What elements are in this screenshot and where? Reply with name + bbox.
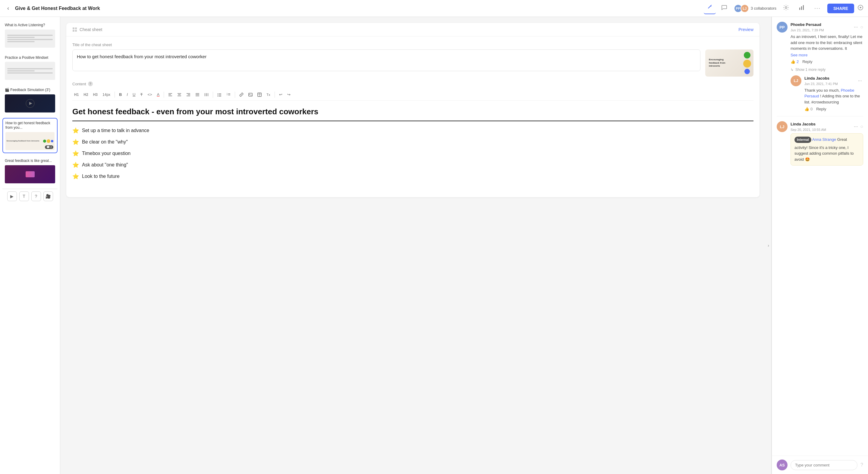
code-button[interactable]: <> — [146, 91, 154, 98]
settings-button[interactable] — [780, 3, 792, 14]
comment-phoebe: PP Phoebe Persaud Jun 23, 2021, 7:39 PM … — [777, 22, 863, 64]
show-more-replies-label: Show 1 more reply — [795, 67, 826, 72]
svg-rect-6 — [73, 27, 74, 29]
comment-actions-phoebe: 👍 2 Reply — [790, 59, 863, 64]
like-button-phoebe[interactable]: 👍 2 — [790, 59, 799, 64]
comment-text-phoebe: As an introvert, I feel seen, finally! L… — [790, 34, 863, 52]
text-card-icon[interactable]: T — [19, 191, 29, 201]
unordered-list-button[interactable] — [216, 91, 223, 98]
color-button[interactable]: A — [155, 91, 161, 98]
strikethrough-button[interactable]: T — [138, 91, 144, 98]
main-content: Cheat sheet Preview Title of the cheat s… — [60, 17, 766, 474]
sidebar-item-great-feedback[interactable]: Great feedback is like great... — [2, 156, 58, 186]
edit-mode-button[interactable] — [704, 2, 716, 14]
panel-toggle-button[interactable]: › — [766, 17, 772, 474]
comment-thread-2: LJ Linda Jacobs Sep 20, 2021, 10:55 AM ·… — [777, 121, 863, 166]
cover-inner: Encouragingfeedback fromintroverts — [705, 50, 753, 77]
comment-more-linda-2[interactable]: ··· — [852, 124, 859, 129]
redo-button[interactable]: ↪ — [285, 91, 292, 98]
comment-meta-phoebe: ··· ○ — [852, 24, 863, 30]
column-align-button[interactable] — [203, 91, 210, 98]
collaborators-label: 3 collaborators — [751, 6, 776, 10]
share-button[interactable]: SHARE — [827, 4, 854, 13]
sidebar-item-title: 🎬 Feedback Simulation (3') — [5, 88, 55, 93]
play-button[interactable] — [858, 5, 863, 12]
reply-button-linda-nested[interactable]: Reply — [816, 107, 826, 111]
play-card-icon[interactable]: ▶ — [7, 191, 17, 201]
undo-button[interactable]: ↩ — [277, 91, 284, 98]
editor-list: ⭐ Set up a time to talk in advance ⭐ Be … — [72, 125, 753, 182]
comment-input[interactable] — [790, 460, 858, 470]
comment-linda-nested: LJ Linda Jacobs Jun 23, 2021, 7:41 PM ··… — [790, 76, 863, 112]
toolbar-divider-1 — [115, 92, 115, 98]
font-size-selector[interactable]: 14px — [101, 91, 112, 98]
analytics-button[interactable] — [796, 3, 808, 14]
italic-button[interactable]: I — [125, 91, 130, 98]
sidebar-item-honest-feedback[interactable]: How to get honest feedback from you... E… — [2, 118, 58, 153]
like-count-phoebe: 2 — [797, 59, 799, 64]
comments-toggle-button[interactable] — [718, 3, 730, 14]
link-button[interactable] — [238, 91, 245, 98]
right-panel-container: › PP Phoebe Persaud Jun 23, 2021, 7:39 P… — [766, 17, 868, 474]
editor-area[interactable]: Get honest feedback - even from your mos… — [72, 101, 753, 191]
align-left-button[interactable] — [166, 91, 174, 98]
comment-thread-1: PP Phoebe Persaud Jun 23, 2021, 7:39 PM … — [777, 22, 863, 111]
comment-check-linda-2: ○ — [860, 124, 863, 129]
sidebar-item-feedback-simulation[interactable]: 🎬 Feedback Simulation (3') — [2, 85, 58, 115]
comment-date-linda-2: Sep 20, 2021, 10:55 AM — [790, 128, 826, 131]
preview-link[interactable]: Preview — [738, 27, 753, 32]
sidebar-item-positive-mindset[interactable]: Practice a Positive Mindset — [2, 53, 58, 83]
clear-format-button[interactable]: Tx — [265, 92, 272, 98]
sidebar-item-title: What is Active Listening? — [5, 23, 55, 28]
sidebar-item-title: Practice a Positive Mindset — [5, 56, 55, 60]
internal-comment-box: Internal Anna Strange Great activity! Si… — [790, 133, 863, 166]
cheat-sheet-card: Cheat sheet Preview Title of the cheat s… — [66, 23, 760, 197]
ordered-list-button[interactable]: 1.2. — [224, 91, 232, 98]
align-center-button[interactable] — [176, 91, 183, 98]
like-count-linda-nested: 0 — [810, 107, 812, 111]
image-insert-button[interactable] — [247, 91, 254, 98]
comment-body-linda-2: Linda Jacobs Sep 20, 2021, 10:55 AM ··· … — [790, 121, 863, 166]
sidebar-thumb-3 — [5, 94, 55, 113]
comment-more-linda-nested[interactable]: ··· — [857, 78, 863, 84]
title-input[interactable]: How to get honest feedback from your mos… — [72, 50, 701, 71]
underline-button[interactable]: U — [131, 91, 137, 98]
quiz-card-icon[interactable]: ? — [31, 191, 41, 201]
main-layout: What is Active Listening? Practice a Pos… — [0, 17, 868, 474]
align-justify-button[interactable] — [193, 91, 201, 98]
comment-more-phoebe[interactable]: ··· — [852, 24, 859, 30]
editor-heading: Get honest feedback - even from your mos… — [72, 107, 753, 121]
collaborators-info: PP LJ 3 collaborators — [734, 4, 776, 13]
see-more-phoebe[interactable]: See more — [790, 53, 807, 57]
align-right-button[interactable] — [184, 91, 192, 98]
sidebar-item-title: How to get honest feedback from you... — [5, 121, 55, 130]
reply-button-phoebe[interactable]: Reply — [802, 59, 812, 64]
star-icon-3: ⭐ — [72, 150, 79, 157]
h2-button[interactable]: H2 — [82, 91, 90, 98]
more-options-button[interactable]: ··· — [811, 3, 824, 13]
card-body: Title of the cheat sheet How to get hone… — [66, 36, 760, 197]
comment-body-phoebe: Phoebe Persaud Jun 23, 2021, 7:39 PM ···… — [790, 22, 863, 64]
h1-button[interactable]: H1 — [72, 91, 81, 98]
title-field-label: Title of the cheat sheet — [72, 42, 753, 47]
comment-body-linda-nested: Linda Jacobs Jun 23, 2021, 7:41 PM ··· T… — [804, 76, 863, 112]
h3-button[interactable]: H3 — [91, 91, 99, 98]
sidebar-item-active-listening[interactable]: What is Active Listening? — [2, 21, 58, 50]
svg-rect-7 — [75, 27, 77, 29]
chevron-right-icon: › — [768, 243, 769, 248]
back-button[interactable]: ‹ — [5, 4, 11, 13]
star-icon-1: ⭐ — [72, 127, 79, 134]
table-insert-button[interactable] — [255, 91, 264, 98]
like-button-linda-nested[interactable]: 👍 0 — [804, 107, 812, 111]
svg-point-0 — [785, 7, 787, 8]
svg-rect-8 — [73, 30, 74, 32]
help-icon[interactable]: ? — [88, 81, 93, 86]
video-card-icon[interactable]: 🎥 — [43, 191, 53, 201]
thumb-up-icon: 👍 — [790, 59, 795, 64]
avatar-linda-nested: LJ — [790, 76, 801, 86]
mention-anna: Anna Strange — [812, 137, 836, 142]
comment-author-linda-2: Linda Jacobs — [790, 122, 815, 126]
show-more-replies[interactable]: ↳ Show 1 more reply — [777, 67, 863, 72]
svg-point-29 — [218, 96, 218, 96]
bold-button[interactable]: B — [117, 91, 124, 98]
